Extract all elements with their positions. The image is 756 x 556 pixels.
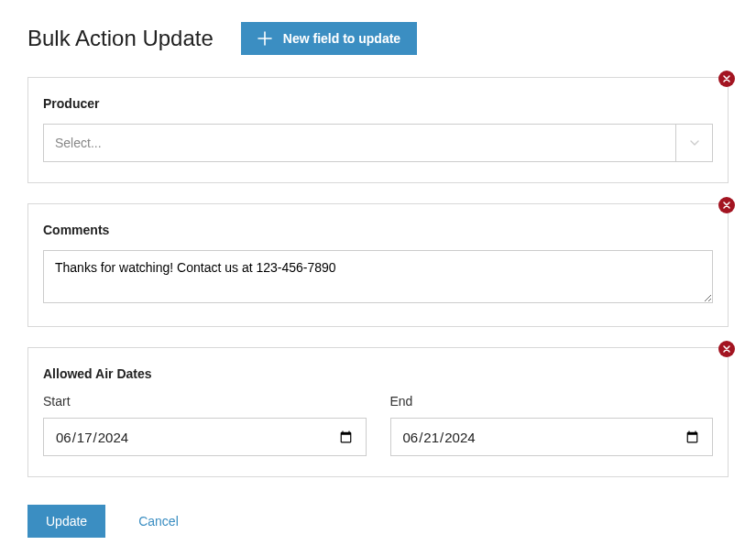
new-field-button[interactable]: New field to update xyxy=(241,22,417,55)
air-dates-label: Allowed Air Dates xyxy=(43,366,713,381)
end-date-input[interactable] xyxy=(390,418,714,456)
comments-textarea[interactable] xyxy=(43,250,713,303)
close-icon xyxy=(723,202,730,209)
end-date-label: End xyxy=(390,394,714,409)
producer-select-placeholder: Select... xyxy=(44,125,675,161)
close-icon xyxy=(723,75,730,82)
cancel-button[interactable]: Cancel xyxy=(138,505,179,538)
producer-card: Producer Select... xyxy=(27,77,729,183)
close-icon xyxy=(723,345,730,353)
air-dates-card: Allowed Air Dates Start End xyxy=(27,347,729,477)
plus-icon xyxy=(257,31,272,46)
chevron-down-icon xyxy=(675,125,712,161)
start-date-label: Start xyxy=(43,394,367,409)
comments-label: Comments xyxy=(43,223,713,237)
update-button[interactable]: Update xyxy=(27,505,105,538)
new-field-button-label: New field to update xyxy=(283,31,400,46)
producer-label: Producer xyxy=(43,96,713,111)
comments-card: Comments xyxy=(27,203,729,327)
page-title: Bulk Action Update xyxy=(27,26,214,51)
remove-comments-button[interactable] xyxy=(718,197,735,213)
remove-air-dates-button[interactable] xyxy=(718,341,735,357)
producer-select[interactable]: Select... xyxy=(43,124,713,162)
remove-producer-button[interactable] xyxy=(718,71,735,87)
start-date-input[interactable] xyxy=(43,418,367,456)
